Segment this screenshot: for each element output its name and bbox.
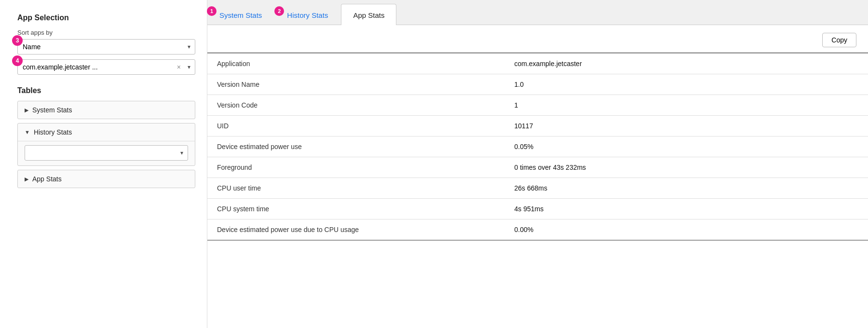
stat-value: 0 times over 43s 232ms bbox=[505, 157, 868, 178]
history-stats-sub-select[interactable] bbox=[25, 145, 188, 161]
stat-key: CPU system time bbox=[207, 199, 505, 219]
table-row: Version Code1 bbox=[207, 95, 868, 116]
stat-key: Version Name bbox=[207, 74, 505, 95]
table-row: Device estimated power use due to CPU us… bbox=[207, 219, 868, 241]
tab-app-stats-label: App Stats bbox=[353, 11, 384, 19]
stat-key: CPU user time bbox=[207, 178, 505, 199]
app-stats-label: App Stats bbox=[32, 175, 62, 183]
tab-app-stats[interactable]: App Stats bbox=[341, 4, 396, 25]
stat-key: Device estimated power use bbox=[207, 137, 505, 157]
table-item-system-stats: ▶ System Stats bbox=[17, 101, 195, 119]
tab-system-stats[interactable]: 1 System Stats bbox=[207, 4, 274, 25]
table-item-header-system-stats[interactable]: ▶ System Stats bbox=[18, 101, 195, 119]
tab-badge-2: 2 bbox=[274, 6, 284, 16]
table-item-history-stats: ▼ History Stats ▾ bbox=[17, 123, 195, 166]
sort-label: Sort apps by bbox=[17, 29, 195, 36]
content-area: Copy Applicationcom.example.jetcasterVer… bbox=[207, 25, 868, 328]
system-stats-label: System Stats bbox=[32, 106, 72, 114]
table-row: Foreground0 times over 43s 232ms bbox=[207, 157, 868, 178]
history-stats-arrow-icon: ▼ bbox=[25, 129, 30, 135]
stat-key: Version Code bbox=[207, 95, 505, 116]
stat-value: 0.00% bbox=[505, 219, 868, 241]
stat-value: 1 bbox=[505, 95, 868, 116]
stat-value: 10117 bbox=[505, 116, 868, 137]
main-panel: 1 System Stats 2 History Stats App Stats… bbox=[207, 0, 868, 328]
sort-select[interactable]: Name bbox=[17, 39, 195, 55]
table-row: Version Name1.0 bbox=[207, 74, 868, 95]
copy-bar: Copy bbox=[207, 25, 868, 53]
table-item-header-history-stats[interactable]: ▼ History Stats bbox=[18, 123, 195, 141]
table-item-header-app-stats[interactable]: ▶ App Stats bbox=[18, 170, 195, 188]
tab-history-stats[interactable]: 2 History Stats bbox=[275, 4, 340, 25]
stat-key: Application bbox=[207, 53, 505, 74]
history-stats-body: ▾ bbox=[18, 141, 195, 165]
copy-button[interactable]: Copy bbox=[822, 33, 856, 47]
app-select[interactable]: com.example.jetcaster ... bbox=[17, 59, 195, 75]
table-row: Device estimated power use0.05% bbox=[207, 137, 868, 157]
app-stats-arrow-icon: ▶ bbox=[25, 176, 28, 182]
stat-key: Device estimated power use due to CPU us… bbox=[207, 219, 505, 241]
table-row: UID10117 bbox=[207, 116, 868, 137]
stat-value: 0.05% bbox=[505, 137, 868, 157]
app-clear-button[interactable]: × bbox=[177, 63, 181, 71]
history-stats-label: History Stats bbox=[34, 128, 72, 136]
sidebar-title: App Selection bbox=[17, 14, 195, 22]
tab-badge-1: 1 bbox=[207, 6, 217, 16]
table-item-app-stats: ▶ App Stats bbox=[17, 170, 195, 188]
stat-value: 4s 951ms bbox=[505, 199, 868, 219]
tab-history-stats-label: History Stats bbox=[287, 11, 328, 19]
badge-4: 4 bbox=[12, 55, 23, 66]
stat-value: 1.0 bbox=[505, 74, 868, 95]
system-stats-arrow-icon: ▶ bbox=[25, 107, 28, 113]
stat-key: UID bbox=[207, 116, 505, 137]
table-row: CPU user time26s 668ms bbox=[207, 178, 868, 199]
tabs-bar: 1 System Stats 2 History Stats App Stats bbox=[207, 0, 868, 25]
table-row: CPU system time4s 951ms bbox=[207, 199, 868, 219]
tables-title: Tables bbox=[17, 86, 195, 95]
badge-3: 3 bbox=[12, 35, 23, 46]
stat-value: 26s 668ms bbox=[505, 178, 868, 199]
tab-system-stats-label: System Stats bbox=[219, 11, 262, 19]
stat-key: Foreground bbox=[207, 157, 505, 178]
sidebar: App Selection Sort apps by 3 Name ▾ 4 co… bbox=[0, 0, 207, 328]
stat-value: com.example.jetcaster bbox=[505, 53, 868, 74]
table-row: Applicationcom.example.jetcaster bbox=[207, 53, 868, 74]
stats-table: Applicationcom.example.jetcasterVersion … bbox=[207, 53, 868, 241]
